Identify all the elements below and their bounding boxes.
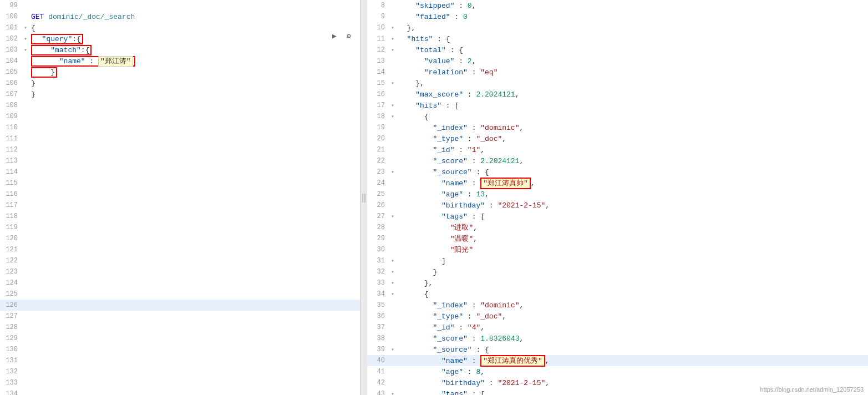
line-number: 14: [367, 68, 389, 76]
collapse-arrow[interactable]: ▾: [389, 169, 396, 175]
line: 101▾{: [0, 22, 360, 33]
line: 40 "name" : "郑江涛真的优秀",: [367, 355, 868, 366]
line-content: [29, 235, 360, 243]
line: 23▾ "_source" : {: [367, 166, 868, 178]
collapse-arrow[interactable]: ▾: [389, 269, 396, 275]
line: 15▾ },: [367, 78, 868, 89]
settings-button[interactable]: ⚙: [343, 31, 354, 42]
line: 28 "进取",: [367, 222, 868, 233]
line: 129: [0, 333, 360, 344]
line-number: 125: [0, 290, 22, 298]
line-content: [29, 224, 360, 232]
line-number: 117: [0, 201, 22, 209]
http-method: GET: [31, 13, 44, 21]
line-number: 107: [0, 90, 22, 98]
line: 123: [0, 266, 360, 277]
collapse-arrow[interactable]: ▾: [22, 36, 29, 42]
line: 19 "_index" : "dominic",: [367, 122, 868, 133]
collapse-arrow[interactable]: ▾: [389, 80, 396, 87]
line: 132: [0, 366, 360, 377]
line-number: 31: [367, 257, 389, 265]
line-content: GET dominic/_doc/_search: [29, 13, 360, 21]
collapse-arrow[interactable]: ▾: [389, 280, 396, 286]
line-content: [29, 279, 360, 287]
line-content: ]: [396, 257, 868, 265]
collapse-arrow[interactable]: ▾: [389, 24, 396, 31]
line-content: [29, 124, 360, 132]
collapse-arrow[interactable]: ▾: [389, 47, 396, 53]
line-content: "_id" : "4",: [396, 323, 868, 332]
line: 108: [0, 100, 360, 111]
line: 31▾ ]: [367, 255, 868, 266]
line-number: 122: [0, 257, 22, 265]
line-content: "_score" : 1.8326043,: [396, 335, 868, 343]
line-content: "total" : {: [396, 46, 868, 54]
line-content: "进取",: [396, 222, 868, 232]
line: 122: [0, 255, 360, 266]
line-number: 15: [367, 79, 389, 87]
right-code-area[interactable]: 8 "skipped" : 0,9 "failed" : 010▾ },11▾ …: [367, 0, 868, 395]
line-content: "name" : "郑江涛": [29, 56, 360, 66]
line: 131: [0, 355, 360, 366]
panel-divider[interactable]: ‖: [361, 0, 367, 395]
line: 32▾ }: [367, 266, 868, 277]
line: 13 "value" : 2,: [367, 55, 868, 67]
collapse-arrow[interactable]: ▾: [22, 47, 29, 53]
collapse-arrow[interactable]: ▾: [389, 257, 396, 264]
collapse-arrow[interactable]: ▾: [389, 291, 396, 297]
line: 102▾ "query":{: [0, 33, 360, 44]
line: 33▾ },: [367, 277, 868, 288]
line-content: },: [396, 24, 868, 32]
line-number: 119: [0, 224, 22, 231]
line-content: "age" : 13,: [396, 190, 868, 199]
line-content: "_index" : "dominic",: [396, 124, 868, 132]
line-content: [29, 346, 360, 354]
line-number: 26: [367, 201, 389, 209]
collapse-arrow[interactable]: ▾: [389, 346, 396, 353]
line-number: 11: [367, 35, 389, 43]
line: 119: [0, 222, 360, 233]
collapse-arrow[interactable]: ▾: [389, 36, 396, 42]
line: 30 "阳光": [367, 244, 868, 255]
line: 12▾ "total" : {: [367, 44, 868, 55]
line-content: "skipped" : 0,: [396, 2, 868, 10]
collapse-arrow[interactable]: ▾: [389, 113, 396, 120]
line-content: "_type" : "_doc",: [396, 312, 868, 321]
collapse-arrow[interactable]: ▾: [22, 24, 29, 31]
line-content: "query":{: [29, 35, 360, 43]
line-number: 132: [0, 368, 22, 376]
line: 120: [0, 233, 360, 244]
line-content: [29, 368, 360, 376]
line-content: [29, 179, 360, 188]
run-button[interactable]: ▶: [329, 31, 340, 42]
line-number: 23: [367, 168, 389, 176]
line-content: "_source" : {: [396, 168, 868, 176]
line-number: 108: [0, 102, 22, 109]
line-content: "_index" : "dominic",: [396, 301, 868, 310]
line: 128: [0, 322, 360, 333]
run-area: ▶ ⚙: [329, 31, 354, 42]
collapse-arrow[interactable]: ▾: [389, 213, 396, 220]
line-content: "hits" : [: [396, 102, 868, 110]
line-number: 127: [0, 312, 22, 320]
line: 105 }: [0, 67, 360, 78]
line-number: 16: [367, 90, 389, 98]
line-content: "_source" : {: [396, 346, 868, 354]
line: 10▾ },: [367, 22, 868, 33]
collapse-arrow[interactable]: ▾: [389, 391, 396, 395]
left-code-area[interactable]: 99 100GET dominic/_doc/_search101▾{102▾ …: [0, 0, 360, 395]
line: 38 "_score" : 1.8326043,: [367, 333, 868, 344]
line: 21 "_id" : "1",: [367, 144, 868, 155]
line: 18▾ {: [367, 111, 868, 122]
line-number: 37: [367, 323, 389, 331]
line-number: 34: [367, 290, 389, 298]
line-number: 39: [367, 346, 389, 353]
line-number: 38: [367, 335, 389, 342]
line-content: [29, 146, 360, 154]
line-number: 110: [0, 124, 22, 131]
line-content: "name" : "郑江涛真的优秀",: [396, 356, 868, 366]
line-content: [29, 268, 360, 276]
line-content: [29, 190, 360, 199]
line-number: 105: [0, 68, 22, 76]
collapse-arrow[interactable]: ▾: [389, 102, 396, 109]
